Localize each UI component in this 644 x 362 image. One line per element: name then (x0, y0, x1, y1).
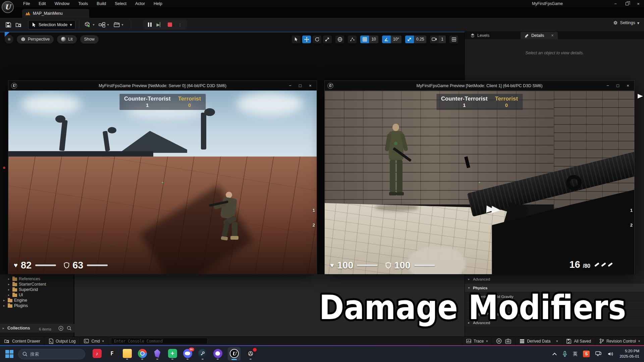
app-files[interactable]: F (107, 347, 117, 361)
network-icon[interactable] (595, 351, 602, 357)
app-steam[interactable] (198, 347, 208, 361)
tree-item-ui[interactable]: ▸UI (8, 292, 23, 298)
tree-item-references[interactable]: ▸References (8, 276, 40, 282)
trace-dropdown[interactable]: Trace ▾ (462, 337, 492, 346)
start-button[interactable] (5, 350, 13, 358)
menu-edit[interactable]: Edit (34, 0, 50, 7)
menu-tools[interactable]: Tools (74, 0, 92, 7)
details-row-advanced[interactable]: ▸Advanced (465, 275, 644, 284)
rotation-snap-toggle[interactable] (382, 36, 391, 43)
move-tool-button[interactable] (302, 36, 311, 43)
tab-map-mainmenu[interactable]: MAP_MainMenu (22, 9, 89, 18)
scale-tool-button[interactable] (323, 36, 332, 43)
tab-levels[interactable]: Levels (466, 32, 493, 39)
microphone-icon[interactable] (562, 351, 567, 357)
close-button[interactable]: × (305, 82, 315, 90)
tree-item-plugins[interactable]: ▸Plugins (3, 303, 28, 308)
lit-dropdown[interactable]: Lit (57, 35, 76, 44)
rotation-snap-value[interactable]: 10° (391, 36, 401, 43)
app-chrome[interactable] (137, 347, 147, 361)
tree-item-engine[interactable]: ▸Engine (3, 298, 27, 303)
world-local-toggle[interactable] (335, 36, 344, 43)
app-unreal-engine[interactable]: U (228, 347, 240, 361)
tree-item-startercontent[interactable]: ▸StarterContent (8, 282, 46, 287)
surface-snapping-button[interactable] (348, 36, 357, 43)
app-green-plus[interactable]: + (167, 347, 177, 361)
game-viewport-client[interactable]: + Counter-Terrorist 1 Terrorist 0 (325, 90, 634, 274)
app-obsidian[interactable] (152, 347, 162, 361)
gravity-value-field[interactable]: 0.0 (555, 302, 624, 308)
menu-file[interactable]: File (19, 0, 34, 7)
maximize-viewport-button[interactable] (449, 36, 458, 43)
maximize-button[interactable]: □ (613, 82, 623, 90)
stop-button[interactable] (166, 21, 174, 29)
play-options-button[interactable]: ⋮ (176, 21, 184, 29)
add-collection-icon[interactable] (58, 326, 63, 331)
close-button[interactable]: × (633, 0, 644, 7)
record-trace-icon[interactable] (496, 338, 502, 344)
collections-section[interactable]: ▸ Collections (0, 324, 74, 333)
tray-expand-icon[interactable] (552, 353, 557, 357)
camera-speed-value[interactable]: 1 (439, 36, 446, 43)
override-gravity-checkbox[interactable] (555, 294, 560, 299)
unreal-logo-icon[interactable]: U (2, 1, 14, 13)
app-obs-studio[interactable] (246, 347, 256, 361)
ime-indicator[interactable]: 英 (573, 351, 578, 357)
minimize-button[interactable]: − (610, 0, 621, 7)
save-status-button[interactable]: All Saved (562, 337, 595, 346)
cmd-dropdown[interactable]: Cmd ▾ (80, 337, 108, 346)
viewport-options-button[interactable]: ≡ (5, 35, 13, 44)
minimize-button[interactable]: − (285, 82, 295, 90)
search-collections-icon[interactable] (67, 326, 72, 331)
output-log-button[interactable]: Output Log (45, 337, 80, 346)
speaker-icon[interactable] (607, 351, 614, 357)
settings-dropdown[interactable]: Settings ▾ (613, 20, 639, 25)
blueprints-button[interactable] (97, 20, 107, 29)
browse-content-button[interactable] (13, 20, 23, 29)
derived-data-dropdown[interactable]: Derived Data ▾ (516, 337, 562, 346)
perspective-dropdown[interactable]: Perspective (17, 35, 54, 44)
rotate-tool-button[interactable] (313, 36, 321, 43)
frame-skip-button[interactable]: ▶▏ (156, 21, 164, 29)
maximize-button[interactable]: □ (295, 82, 305, 90)
screenshot-trace-icon[interactable] (505, 339, 511, 344)
details-row-advanced2[interactable]: ▸Advanced (465, 318, 644, 327)
scale-snap-value[interactable]: 0.25 (414, 36, 426, 43)
scale-snap-toggle[interactable] (405, 36, 414, 43)
camera-speed-button[interactable] (430, 36, 439, 43)
async-physics-checkbox[interactable] (555, 311, 560, 316)
preview-title-bar[interactable]: U MyFirstFpsGame Preview [NetMode: Clien… (325, 81, 634, 90)
tree-item-supergrid[interactable]: ▸SuperGrid (8, 287, 38, 292)
app-netease-music[interactable]: ♪ (92, 347, 102, 361)
content-drawer-button[interactable]: Content Drawer (0, 337, 45, 346)
menu-actor[interactable]: Actor (131, 0, 149, 7)
taskbar-search[interactable] (18, 349, 85, 359)
taskbar-clock[interactable]: 5:20 PM 2025-05-01 (620, 349, 639, 359)
save-button[interactable] (3, 20, 13, 29)
game-viewport-server[interactable]: + Counter-Terrorist 1 Terrorist 0 ♥ 82 6… (8, 90, 317, 274)
cinematics-button[interactable] (112, 20, 122, 29)
pause-button[interactable] (146, 21, 154, 29)
add-actor-button[interactable] (83, 20, 93, 29)
sogou-input-icon[interactable]: S (583, 351, 590, 357)
selection-mode-dropdown[interactable]: Selection Mode ▾ (28, 20, 75, 29)
app-file-explorer[interactable] (122, 347, 132, 361)
revision-control-dropdown[interactable]: Revision Control ▾ (595, 337, 644, 346)
menu-help[interactable]: Help (149, 0, 167, 7)
tab-details[interactable]: Details × (521, 32, 558, 39)
close-button[interactable]: × (623, 82, 633, 90)
menu-build[interactable]: Build (92, 0, 110, 7)
menu-select[interactable]: Select (110, 0, 131, 7)
preview-title-bar[interactable]: U MyFirstFpsGame Preview [NetMode: Serve… (8, 81, 317, 90)
search-input[interactable] (30, 352, 77, 357)
app-discord[interactable]: 9+ (182, 347, 193, 361)
console-command-input[interactable] (111, 338, 208, 344)
grid-snap-toggle[interactable] (360, 36, 369, 43)
select-tool-button[interactable] (292, 36, 301, 43)
show-dropdown[interactable]: Show (80, 35, 99, 44)
grid-snap-value[interactable]: 10 (369, 36, 378, 43)
details-category-physics[interactable]: ▾Physics (465, 284, 644, 292)
minimize-button[interactable]: − (603, 82, 613, 90)
app-github[interactable] (213, 347, 223, 361)
restore-button[interactable] (621, 0, 633, 7)
